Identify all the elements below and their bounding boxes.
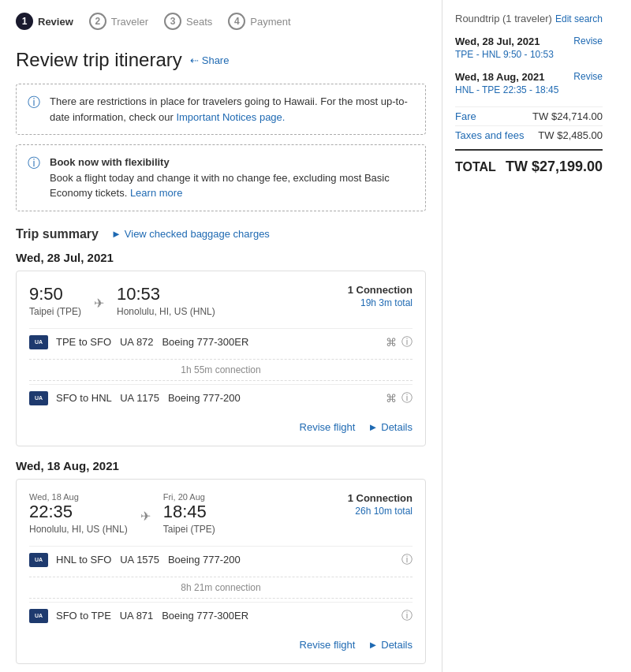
depart-location-2: Honolulu, HI, US (HNL)	[29, 524, 128, 535]
baggage-arrow-icon: ►	[111, 228, 121, 240]
sidebar-flight-2-route-text: HNL - TPE	[455, 84, 500, 95]
revise-flight-2[interactable]: Revise flight	[300, 639, 356, 651]
fare-label: Fare	[455, 110, 476, 122]
sidebar-flight-2-row: Wed, 18 Aug, 2021 HNL - TPE 22:35 - 18:4…	[455, 71, 603, 95]
total-value: TW $27,199.00	[506, 159, 603, 175]
segment-aircraft-2-1: Boeing 777-200	[168, 554, 241, 566]
info-circle-icon-2-2: ⓘ	[401, 609, 413, 623]
fare-row: Fare TW $24,714.00	[455, 106, 603, 125]
segment-info-1-2: SFO to HNL UA 1175 Boeing 777-200	[56, 392, 378, 404]
step-traveler[interactable]: 2 Traveler	[89, 13, 148, 30]
segment-aircraft-1-1: Boeing 777-300ER	[162, 336, 248, 348]
segment-icons-2-2: ⓘ	[401, 609, 413, 623]
sidebar-revise-2[interactable]: Revise	[573, 71, 603, 82]
depart-block-1: 9:50 Taipei (TPE)	[29, 284, 81, 317]
trip-summary-title: Trip summary	[16, 227, 99, 241]
details-link-2[interactable]: ► Details	[368, 639, 413, 651]
segment-aircraft-2-2: Boeing 777-300ER	[162, 610, 248, 622]
segment-flight-2-2: UA 871	[120, 610, 154, 622]
revise-flight-1[interactable]: Revise flight	[300, 421, 356, 433]
info-circle-icon-1-2: ⓘ	[401, 391, 413, 405]
connection-count-2: 1 Connection	[348, 492, 413, 504]
date-heading-2: Wed, 18 Aug, 2021	[16, 459, 426, 472]
connection-duration-1: 19h 3m total	[348, 297, 413, 308]
connection-info-1: 1 Connection 19h 3m total	[348, 284, 413, 308]
segment-icons-1-1: ⌘ ⓘ	[386, 335, 413, 349]
sidebar-flight-2-date: Wed, 18 Aug, 2021	[455, 71, 558, 83]
steps-bar: 1 Review 2 Traveler 3 Seats 4 Payment	[16, 13, 426, 30]
step-payment[interactable]: 4 Payment	[228, 13, 290, 30]
segment-flight-1-2: UA 1175	[120, 392, 159, 404]
main-content: 1 Review 2 Traveler 3 Seats 4 Payment Re…	[0, 0, 442, 672]
details-link-1[interactable]: ► Details	[368, 421, 413, 433]
wifi-icon-1-2: ⌘	[386, 392, 397, 405]
depart-date-small-2: Wed, 18 Aug	[29, 492, 128, 502]
segment-flight-1-1: UA 872	[120, 336, 154, 348]
arrive-location-1: Honolulu, HI, US (HNL)	[117, 306, 215, 317]
arrive-block-1: 10:53 Honolulu, HI, US (HNL)	[117, 284, 215, 317]
fare-value: TW $24,714.00	[532, 110, 603, 122]
sidebar-flight-1-time: 9:50 - 10:53	[503, 49, 554, 60]
learn-more-link[interactable]: Learn more	[130, 187, 182, 199]
sidebar-header: Roundtrip (1 traveler) Edit search	[455, 13, 603, 24]
baggage-link-label: View checked baggage charges	[125, 228, 270, 240]
notices-text: There are restrictions in place for trav…	[50, 94, 414, 125]
sidebar-flight-1-route: TPE - HNL 9:50 - 10:53	[455, 49, 554, 60]
step-label-seats: Seats	[186, 16, 212, 28]
sidebar-flight-1-date: Wed, 28 Jul, 2021	[455, 35, 554, 47]
segment-row-2-2: UA SFO to TPE UA 871 Boeing 777-300ER ⓘ	[29, 602, 413, 629]
segment-row-2-1: UA HNL to SFO UA 1575 Boeing 777-200 ⓘ	[29, 546, 413, 573]
segment-route-2-1: HNL to SFO	[56, 554, 111, 566]
airline-logo-1-2: UA	[29, 391, 48, 405]
flight-actions-2: Revise flight ► Details	[29, 629, 413, 651]
connection-duration-2: 26h 10m total	[348, 506, 413, 517]
page-title: Review trip itinerary	[16, 49, 182, 71]
taxes-fees-row: Taxes and fees TW $2,485.00	[455, 125, 603, 144]
step-review[interactable]: 1 Review	[16, 13, 73, 30]
airline-logo-1-1: UA	[29, 335, 48, 349]
sidebar-flight-1-route-text: TPE - HNL	[455, 49, 501, 60]
segment-info-1-1: TPE to SFO UA 872 Boeing 777-300ER	[56, 336, 378, 348]
connection-count-1: 1 Connection	[348, 284, 413, 296]
segment-info-2-1: HNL to SFO UA 1575 Boeing 777-200	[56, 554, 394, 566]
arrive-location-2: Taipei (TPE)	[163, 524, 215, 535]
sidebar-revise-1[interactable]: Revise	[573, 35, 603, 47]
connection-divider-1: 1h 55m connection	[29, 359, 413, 381]
flight-times-2: Wed, 18 Aug 22:35 Honolulu, HI, US (HNL)…	[29, 492, 215, 535]
date-heading-1: Wed, 28 Jul, 2021	[16, 251, 426, 264]
segment-aircraft-1-2: Boeing 777-200	[168, 392, 241, 404]
depart-block-2: Wed, 18 Aug 22:35 Honolulu, HI, US (HNL)	[29, 492, 128, 535]
airline-logo-2-2: UA	[29, 609, 48, 623]
step-seats[interactable]: 3 Seats	[164, 13, 212, 30]
arrive-time-1: 10:53	[117, 284, 215, 304]
flight-card-2: Wed, 18 Aug 22:35 Honolulu, HI, US (HNL)…	[16, 479, 426, 664]
step-circle-1: 1	[16, 13, 33, 30]
step-circle-4: 4	[228, 13, 245, 30]
taxes-fees-value: TW $2,485.00	[538, 129, 603, 141]
edit-search-link[interactable]: Edit search	[555, 13, 603, 24]
arrive-block-2: Fri, 20 Aug 18:45 Taipei (TPE)	[163, 492, 215, 535]
share-link[interactable]: ⇠ Share	[190, 54, 230, 66]
segment-row-1-2: UA SFO to HNL UA 1175 Boeing 777-200 ⌘ ⓘ	[29, 384, 413, 412]
arrive-date-small-2: Fri, 20 Aug	[163, 492, 215, 502]
info-circle-icon-1-1: ⓘ	[401, 335, 413, 349]
sidebar-flight-1-row: Wed, 28 Jul, 2021 TPE - HNL 9:50 - 10:53…	[455, 35, 603, 60]
sidebar-flight-1: Wed, 28 Jul, 2021 TPE - HNL 9:50 - 10:53…	[455, 35, 603, 60]
segment-route-1-1: TPE to SFO	[56, 336, 111, 348]
segment-flight-2-1: UA 1575	[120, 554, 159, 566]
connection-divider-2: 8h 21m connection	[29, 577, 413, 599]
info-circle-icon-2-1: ⓘ	[401, 553, 413, 567]
page-title-container: Review trip itinerary ⇠ Share	[16, 49, 426, 71]
sidebar-flight-2-time: 22:35 - 18:45	[503, 84, 559, 95]
flexibility-box: ⓘ Book now with flexibility Book a fligh…	[16, 144, 426, 211]
baggage-link[interactable]: ► View checked baggage charges	[111, 228, 270, 240]
step-circle-3: 3	[164, 13, 181, 30]
info-icon-flexibility: ⓘ	[28, 155, 42, 201]
sidebar: Roundtrip (1 traveler) Edit search Wed, …	[442, 0, 615, 672]
plane-icon-1: ✈	[94, 296, 104, 311]
important-notices-link[interactable]: Important Notices page.	[176, 111, 285, 123]
sidebar-title: Roundtrip (1 traveler)	[455, 13, 552, 24]
segment-route-2-2: SFO to TPE	[56, 610, 111, 622]
notices-box: ⓘ There are restrictions in place for tr…	[16, 84, 426, 135]
wifi-icon-1-1: ⌘	[386, 336, 397, 349]
